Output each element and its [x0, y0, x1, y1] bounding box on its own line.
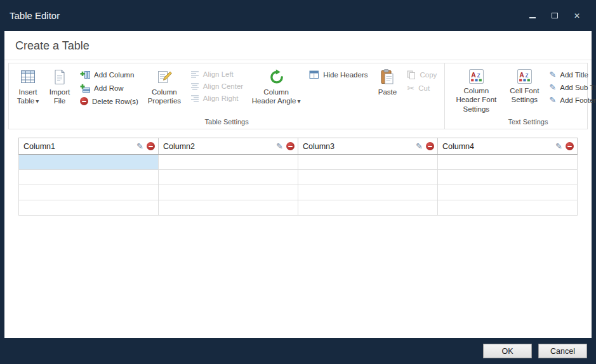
edit-column-icon[interactable]: ✎: [276, 142, 283, 150]
add-footer-button[interactable]: ✎ Add Footer: [549, 96, 596, 104]
data-table: Column1 ✎ Column2 ✎: [18, 138, 578, 216]
copy-button: Copy: [407, 70, 437, 79]
table-cell[interactable]: [298, 185, 438, 200]
align-left-icon: [190, 70, 199, 78]
column-header-font-settings-button[interactable]: A z Column Header Font Settings: [447, 67, 505, 115]
hide-headers-container: Hide Headers: [304, 67, 373, 82]
column-name: Column2: [163, 142, 273, 151]
table-cell[interactable]: [159, 185, 298, 200]
align-right-icon: [190, 94, 199, 102]
add-row-button[interactable]: Add Row: [80, 84, 138, 93]
cell-font-settings-label: Cell Font Settings: [508, 86, 541, 105]
delete-rows-button[interactable]: Delete Row(s): [80, 97, 138, 105]
copy-label: Copy: [420, 71, 437, 79]
table-cell[interactable]: [438, 200, 578, 216]
svg-text:A: A: [471, 72, 476, 79]
cell-font-settings-icon: A z: [517, 69, 532, 84]
insert-table-icon: [20, 69, 36, 85]
table-row: [19, 200, 578, 216]
text-settings-group-label: Text Settings: [445, 115, 596, 129]
table-row: [19, 155, 578, 170]
column-properties-button[interactable]: Column Properties: [143, 67, 185, 108]
maximize-button[interactable]: [550, 11, 559, 20]
import-file-button[interactable]: Import File: [44, 67, 75, 108]
table-editor-window: Table Editor ✕ Create a Table: [0, 0, 596, 364]
table-cell[interactable]: [438, 185, 578, 200]
window-title: Table Editor: [10, 10, 60, 21]
edit-column-icon[interactable]: ✎: [416, 142, 423, 150]
table-cell-selected[interactable]: [19, 155, 159, 170]
remove-column-icon[interactable]: [286, 142, 295, 150]
table-cell[interactable]: [19, 185, 159, 200]
add-sub-title-icon: ✎: [549, 83, 556, 91]
close-button[interactable]: ✕: [573, 11, 581, 20]
column-name: Column4: [442, 142, 552, 151]
delete-rows-icon: [80, 97, 88, 105]
import-file-label: Import File: [48, 88, 72, 106]
column-header[interactable]: Column3 ✎: [298, 138, 438, 155]
edit-column-icon[interactable]: ✎: [555, 142, 562, 150]
column-header[interactable]: Column4 ✎: [438, 138, 578, 155]
minimize-button[interactable]: [528, 11, 537, 20]
add-title-label: Add Title: [560, 71, 588, 79]
column-properties-icon: [157, 69, 172, 85]
cut-label: Cut: [418, 84, 430, 92]
table-settings-group-label: Table Settings: [9, 115, 444, 129]
add-title-icon: ✎: [549, 70, 556, 79]
column-name: Column1: [23, 142, 133, 151]
table-settings-items: Insert Table Import File: [9, 63, 444, 115]
align-right-label: Align Right: [203, 94, 239, 102]
paste-label: Paste: [378, 88, 397, 96]
ok-button[interactable]: OK: [483, 344, 532, 358]
copy-icon: [407, 70, 416, 79]
column-header-angle-button[interactable]: Column Header Angle: [248, 67, 304, 108]
column-header[interactable]: Column1 ✎: [19, 138, 159, 155]
window-titlebar[interactable]: Table Editor ✕: [0, 0, 596, 31]
remove-column-icon[interactable]: [147, 142, 155, 150]
column-header-angle-icon: [268, 69, 284, 85]
cancel-button[interactable]: Cancel: [538, 344, 587, 358]
add-column-label: Add Column: [94, 71, 134, 79]
column-header-font-settings-label: Column Header Font Settings: [451, 86, 501, 114]
close-icon: ✕: [574, 12, 580, 20]
ribbon-group-table-settings: Insert Table Import File: [9, 63, 445, 129]
add-title-button[interactable]: ✎ Add Title: [549, 70, 596, 79]
dropdown-caret-icon: [296, 97, 300, 105]
edit-column-icon[interactable]: ✎: [136, 142, 143, 150]
hide-headers-button[interactable]: Hide Headers: [309, 70, 368, 79]
svg-text:z: z: [477, 72, 480, 79]
page-title: Create a Table: [15, 39, 89, 52]
align-left-label: Align Left: [203, 70, 234, 78]
add-sub-title-button[interactable]: ✎ Add Sub Title: [549, 83, 596, 91]
remove-column-icon[interactable]: [566, 142, 574, 150]
paste-icon: [381, 69, 394, 85]
table-cell[interactable]: [298, 170, 438, 185]
remove-column-icon[interactable]: [426, 142, 434, 150]
cell-font-settings-button[interactable]: A z Cell Font Settings: [505, 67, 544, 107]
table-cell[interactable]: [19, 200, 159, 216]
align-left-button: Align Left: [190, 70, 243, 78]
footer-bar: OK Cancel: [0, 338, 596, 364]
table-cell[interactable]: [159, 170, 298, 185]
column-header[interactable]: Column2 ✎: [159, 138, 298, 155]
align-right-button: Align Right: [190, 94, 243, 102]
content-panel: Create a Table Inser: [4, 31, 592, 338]
table-cell[interactable]: [298, 200, 438, 216]
table-cell[interactable]: [159, 200, 298, 216]
table-row: [19, 170, 578, 185]
table-cell[interactable]: [159, 155, 298, 170]
svg-text:z: z: [525, 72, 528, 79]
dropdown-caret-icon: [34, 97, 39, 105]
cut-button: ✂ Cut: [407, 84, 437, 93]
column-header-font-settings-icon: A z: [469, 69, 484, 84]
table-cell[interactable]: [298, 155, 438, 170]
table-cell[interactable]: [438, 170, 578, 185]
table-header-row: Column1 ✎ Column2 ✎: [19, 138, 578, 155]
paste-button[interactable]: Paste: [373, 67, 402, 98]
table-cell[interactable]: [19, 170, 159, 185]
add-column-button[interactable]: Add Column: [80, 70, 138, 79]
insert-table-button[interactable]: Insert Table: [11, 67, 44, 108]
table-cell[interactable]: [438, 155, 578, 170]
delete-rows-label: Delete Row(s): [92, 98, 138, 105]
minimize-icon: [529, 17, 536, 18]
